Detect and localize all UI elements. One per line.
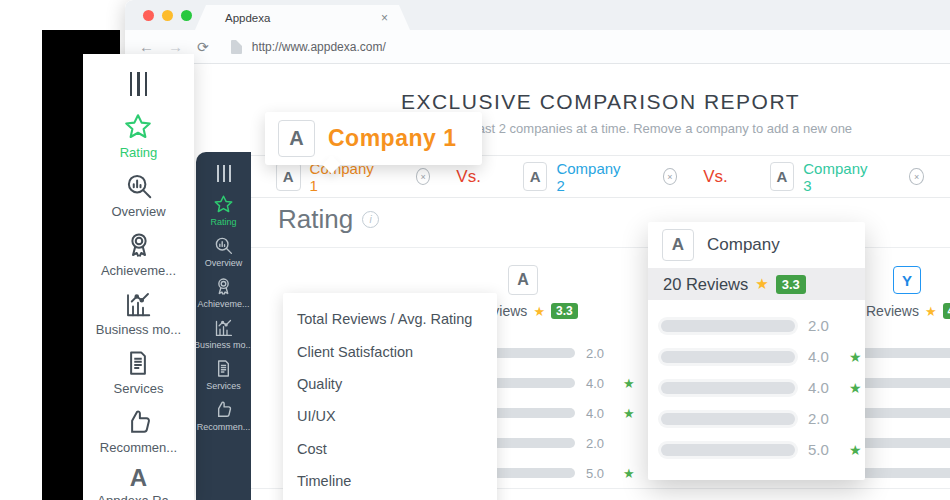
sidebar-item-business-model[interactable]: Business mo...	[196, 317, 251, 350]
metric-label: Client Satisfaction	[297, 335, 497, 367]
green-star-icon: ★	[849, 442, 862, 458]
rating-row: 4.0 ★	[661, 341, 865, 372]
vs-label-1: Vs.	[456, 167, 481, 187]
avg-rating-badge: 3.3	[776, 275, 806, 294]
popout-reviews-band: 20 Reviews ★ 3.3	[648, 268, 865, 300]
star-icon: ★	[925, 304, 937, 319]
green-star-icon: ★	[623, 376, 635, 391]
sidebar-item-achievements[interactable]: Achieveme...	[101, 230, 176, 278]
green-star-icon: ★	[623, 466, 635, 481]
browser-tab-bar: Appdexa ×	[125, 0, 950, 30]
avg-rating-badge: 4.3	[943, 303, 950, 319]
sidebar-item-appdexa-rating[interactable]: A Appdexa Ra...	[97, 466, 179, 500]
rating-value: 2.0	[586, 436, 612, 451]
popout-header: A Company	[648, 222, 865, 268]
popout-company-title: Company	[707, 235, 780, 255]
close-window-icon[interactable]	[143, 10, 154, 21]
sidebar-item-overview[interactable]: Overview	[205, 235, 243, 268]
company-1-logo: A	[276, 162, 301, 191]
sidebar-item-services[interactable]: Services	[206, 358, 241, 391]
forward-icon[interactable]: →	[168, 39, 183, 54]
browser-url-bar: ← → ⟳ http://www.appdexa.com/	[125, 30, 950, 64]
rating-value: 4.0	[808, 379, 836, 396]
browser-window: Appdexa × ← → ⟳ http://www.appdexa.com/ …	[125, 0, 950, 500]
menu-icon[interactable]	[130, 72, 148, 96]
page-title: EXCLUSIVE COMPARISON REPORT	[251, 90, 950, 114]
callout-company-logo: A	[278, 120, 315, 157]
company-3-name[interactable]: Company 3	[803, 160, 867, 194]
rating-value: 2.0	[586, 346, 612, 361]
thumbs-up-icon	[213, 399, 234, 420]
document-icon	[123, 348, 153, 378]
column-company-3-logo: Y	[893, 266, 921, 294]
sidebar-item-rating[interactable]: Rating	[120, 112, 158, 160]
sidebar-item-services[interactable]: Services	[114, 348, 164, 396]
page-icon	[231, 40, 242, 54]
rating-row: 4.0 ★	[661, 372, 865, 403]
rating-value: 4.0	[808, 348, 836, 365]
remove-company-2-icon[interactable]: ×	[663, 168, 678, 185]
appdexa-logo-icon: A	[130, 466, 147, 490]
green-star-icon: ★	[623, 406, 635, 421]
screenshot-stage: Appdexa × ← → ⟳ http://www.appdexa.com/ …	[0, 0, 950, 500]
metric-label: Cost	[297, 433, 497, 465]
medal-icon	[213, 276, 234, 297]
overview-search-icon	[124, 171, 154, 201]
sidebar-item-recommendation[interactable]: Recommen...	[197, 399, 251, 432]
company-3-reviews-line: Reviews ★ 4.3	[866, 303, 950, 319]
minimize-window-icon[interactable]	[162, 10, 173, 21]
star-icon	[213, 194, 234, 215]
remove-company-1-icon[interactable]: ×	[416, 168, 431, 185]
popout-company-logo: A	[662, 229, 694, 261]
info-icon[interactable]: i	[362, 211, 379, 228]
browser-tab[interactable]: Appdexa ×	[195, 5, 410, 30]
avg-rating-badge: 3.3	[551, 303, 578, 319]
sidebar-item-recommendation[interactable]: Recommen...	[100, 407, 177, 455]
remove-company-3-icon[interactable]: ×	[909, 168, 924, 185]
reload-icon[interactable]: ⟳	[197, 40, 209, 54]
reviews-count: Reviews	[866, 303, 919, 319]
star-icon	[123, 112, 153, 142]
tab-close-icon[interactable]: ×	[381, 11, 388, 25]
star-icon: ★	[755, 275, 768, 293]
company-3-logo: A	[770, 162, 795, 191]
section-title: Rating	[278, 204, 353, 235]
sidebar-item-achievements[interactable]: Achieveme...	[197, 276, 249, 309]
rating-row	[860, 338, 950, 368]
rating-row: 5.0 ★	[661, 434, 865, 465]
metric-label: Timeline	[297, 465, 497, 497]
overview-search-icon	[213, 235, 234, 256]
back-icon[interactable]: ←	[139, 39, 154, 54]
green-star-icon: ★	[849, 380, 862, 396]
sidebar-item-business-model[interactable]: Business mo...	[96, 289, 181, 337]
thumbs-up-icon	[124, 407, 154, 437]
rating-row	[860, 458, 950, 488]
tab-title: Appdexa	[225, 12, 381, 24]
rating-value: 4.0	[586, 406, 612, 421]
document-icon	[213, 358, 234, 379]
url-text[interactable]: http://www.appdexa.com/	[252, 40, 386, 54]
company-1-callout: A Company 1	[265, 112, 482, 165]
metric-label: UI/UX	[297, 400, 497, 432]
company-2-logo: A	[523, 162, 548, 191]
rating-row	[860, 368, 950, 398]
reviews-count: 20 Reviews	[663, 275, 748, 294]
menu-icon[interactable]	[217, 165, 231, 182]
rating-value: 5.0	[808, 441, 836, 458]
maximize-window-icon[interactable]	[181, 10, 192, 21]
star-icon: ★	[533, 304, 545, 319]
rating-value: 4.0	[586, 376, 612, 391]
sidebar-item-rating[interactable]: Rating	[210, 194, 236, 227]
sidebar-item-overview[interactable]: Overview	[111, 171, 165, 219]
company-popout-card: A Company 20 Reviews ★ 3.3 2.0 4.0 ★	[648, 222, 865, 480]
company-2-name[interactable]: Company 2	[556, 160, 620, 194]
vs-label-2: Vs.	[703, 167, 728, 187]
green-star-icon: ★	[849, 349, 862, 365]
medal-icon	[124, 230, 154, 260]
section-header: Rating i	[278, 204, 379, 235]
rating-row: 2.0	[661, 403, 865, 434]
metric-label: Quality	[297, 368, 497, 400]
column-company-1-logo: A	[508, 265, 538, 295]
company-3-rating-bars	[860, 338, 950, 488]
rating-row	[860, 398, 950, 428]
